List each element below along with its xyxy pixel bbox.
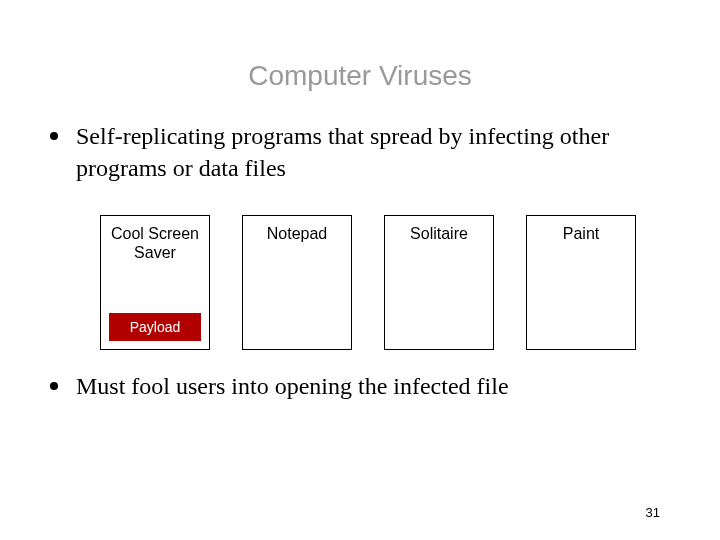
- payload-badge: Payload: [109, 313, 201, 341]
- box-label: Paint: [563, 224, 599, 243]
- bullet-item-2: Must fool users into opening the infecte…: [50, 370, 670, 402]
- box-label: Solitaire: [410, 224, 468, 243]
- program-box-paint: Paint: [526, 215, 636, 350]
- bullet-text-2: Must fool users into opening the infecte…: [76, 370, 509, 402]
- slide-title: Computer Viruses: [50, 60, 670, 92]
- bullet-text-1: Self-replicating programs that spread by…: [76, 120, 670, 185]
- page-number: 31: [646, 505, 660, 520]
- box-label: Notepad: [267, 224, 328, 243]
- program-boxes-row: Cool Screen Saver Payload Notepad Solita…: [100, 215, 670, 350]
- bullet-icon: [50, 382, 58, 390]
- program-box-notepad: Notepad: [242, 215, 352, 350]
- program-box-solitaire: Solitaire: [384, 215, 494, 350]
- bullet-item-1: Self-replicating programs that spread by…: [50, 120, 670, 185]
- bullet-icon: [50, 132, 58, 140]
- box-label: Cool Screen Saver: [101, 224, 209, 262]
- program-box-cool-screen-saver: Cool Screen Saver Payload: [100, 215, 210, 350]
